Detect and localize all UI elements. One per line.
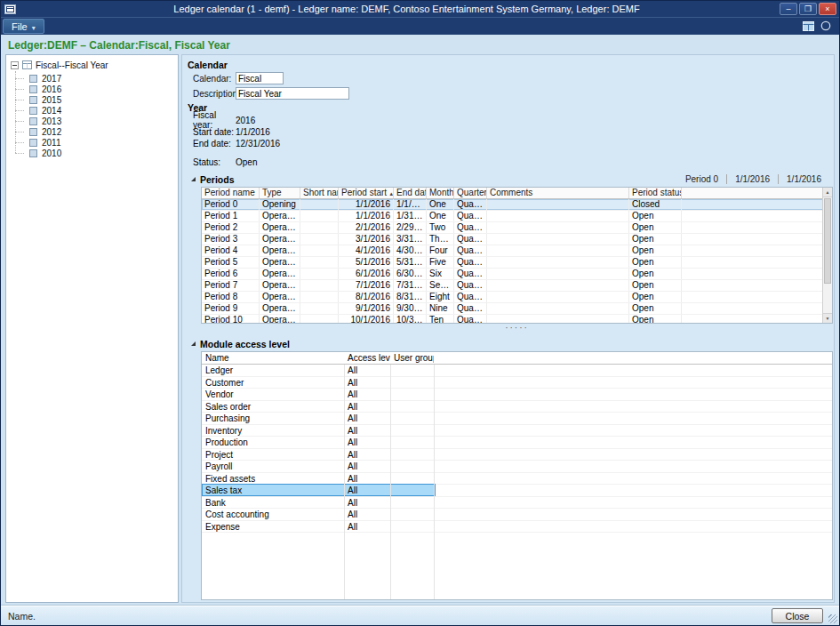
period-cell: 4/30/2016 [394, 245, 427, 256]
period-cell [487, 292, 629, 302]
periods-column-header[interactable]: Period start [339, 188, 394, 198]
resize-grip[interactable] [828, 614, 837, 623]
tree-collapse-toggle[interactable] [11, 61, 19, 69]
module-body: LedgerAllCustomerAllVendorAllSales order… [202, 365, 832, 533]
periods-column-header[interactable]: Comments [487, 188, 629, 198]
module-cell [390, 377, 434, 389]
record-info-value: 1/1/2016 [726, 174, 778, 184]
minimize-button[interactable]: – [780, 3, 797, 15]
period-row[interactable]: Period 8Operating8/1/20168/31/2016EightQ… [202, 292, 824, 303]
period-cell: Period 2 [202, 222, 260, 233]
module-row[interactable]: PurchasingAll [202, 413, 832, 425]
splitter-handle[interactable] [201, 600, 833, 603]
periods-column-header[interactable]: Period status [629, 188, 682, 198]
module-row[interactable]: ExpenseAll [202, 521, 832, 534]
period-row[interactable]: Period 10Operating10/1/201610/31/2016Ten… [202, 315, 824, 324]
periods-column-header[interactable]: Short name [300, 188, 339, 198]
module-column-header[interactable]: Name [202, 352, 344, 364]
period-cell: Open [629, 280, 682, 291]
tree-item-year[interactable]: 2011 [29, 137, 178, 148]
scroll-up-icon[interactable] [823, 188, 832, 197]
period-row[interactable]: Period 2Operating2/1/20162/29/2016TwoQua… [202, 222, 824, 234]
module-row[interactable]: Fixed assetsAll [202, 473, 832, 486]
window-layout-icon[interactable] [803, 19, 814, 35]
tree-root-node[interactable]: Fiscal--Fiscal Year [11, 60, 178, 71]
period-cell [487, 234, 629, 245]
module-section-header[interactable]: Module access level [191, 338, 829, 349]
period-cell: 5/31/2016 [394, 257, 427, 268]
module-row[interactable]: VendorAll [202, 389, 832, 401]
period-cell: Ten [427, 315, 454, 324]
file-menu-button[interactable]: File [3, 19, 44, 34]
period-row[interactable]: Period 9Operating9/1/20169/30/2016NineQu… [202, 303, 824, 315]
period-row[interactable]: Period 5Operating5/1/20165/31/2016FiveQu… [202, 257, 824, 269]
module-row[interactable]: ProductionAll [202, 437, 832, 449]
period-cell: Quarter 2 [454, 245, 487, 256]
module-column-filler [434, 352, 832, 364]
tree-item-year[interactable]: 2012 [29, 126, 178, 137]
description-input[interactable] [236, 87, 349, 100]
periods-column-header[interactable]: Period name [202, 188, 260, 198]
module-row[interactable]: InventoryAll [202, 425, 832, 437]
period-cell: Period 3 [202, 234, 260, 245]
module-cell [434, 365, 832, 376]
form-body: Ledger:DEMF – Calendar:Fiscal, Fiscal Ye… [1, 35, 839, 606]
tree-item-year[interactable]: 2014 [29, 105, 178, 116]
tree-item-year[interactable]: 2016 [29, 84, 178, 94]
module-cell: All [344, 509, 390, 520]
period-cell: Quarter 1 [454, 211, 487, 221]
periods-record-info: Period 01/1/20161/1/2016 [677, 174, 829, 184]
module-row[interactable]: ProjectAll [202, 449, 832, 461]
module-cell [434, 473, 832, 485]
calendar-input[interactable] [236, 72, 284, 84]
scroll-down-icon[interactable] [823, 313, 832, 323]
period-row[interactable]: Period 4Operating4/1/20164/30/2016FourQu… [202, 245, 824, 257]
splitter-handle[interactable] [201, 324, 833, 332]
period-row[interactable]: Period 0Opening1/1/20161/1/2016OneQuarte… [202, 199, 824, 211]
period-cell: Period 10 [202, 315, 260, 324]
tree-item-year[interactable]: 2010 [29, 148, 178, 158]
period-row[interactable]: Period 1Operating1/1/20161/31/2016OneQua… [202, 211, 824, 222]
period-cell [682, 222, 824, 233]
module-cell: Expense [202, 521, 344, 533]
module-row[interactable]: CustomerAll [202, 377, 832, 389]
period-cell: Period 0 [202, 199, 260, 210]
module-row[interactable]: Sales taxAll [202, 485, 832, 497]
module-row[interactable]: BankAll [202, 497, 832, 510]
module-row[interactable]: LedgerAll [202, 365, 832, 377]
module-row[interactable]: Cost accountingAll [202, 509, 832, 521]
ledger-calendar-window: Ledger calendar (1 - demf) - Ledger name… [0, 0, 840, 626]
period-row[interactable]: Period 6Operating6/1/20166/30/2016SixQua… [202, 269, 824, 280]
help-icon[interactable] [820, 19, 831, 35]
period-cell: Operating [260, 211, 300, 221]
period-row[interactable]: Period 7Operating7/1/20167/31/2016SevenQ… [202, 280, 824, 292]
module-access-grid: NameAccess levelUser group LedgerAllCust… [201, 351, 833, 600]
periods-column-header[interactable]: Type [260, 188, 300, 198]
close-window-button[interactable]: × [819, 3, 836, 15]
periods-column-header[interactable]: Quarter [454, 188, 487, 198]
periods-scrollbar[interactable] [822, 188, 832, 323]
module-row[interactable]: Sales orderAll [202, 401, 832, 413]
periods-body: Period 0Opening1/1/20161/1/2016OneQuarte… [202, 199, 832, 324]
periods-column-header[interactable]: End date [394, 188, 427, 198]
module-column-header[interactable]: Access level [344, 352, 390, 364]
tree-item-year[interactable]: 2015 [29, 94, 178, 105]
period-cell: Period 6 [202, 269, 260, 279]
column-label: Quarter [457, 188, 487, 198]
module-column-header[interactable]: User group [390, 352, 434, 364]
tree-item-label: 2015 [42, 95, 61, 105]
period-row[interactable]: Period 3Operating3/1/20163/31/2016ThreeQ… [202, 234, 824, 245]
scrollbar-thumb[interactable] [824, 198, 831, 284]
menubar: File [1, 17, 839, 35]
tree-item-year[interactable]: 2017 [29, 73, 178, 84]
maximize-button[interactable]: ❐ [799, 3, 817, 15]
column-label: Type [262, 188, 282, 198]
periods-section-header[interactable]: Periods Period 01/1/20161/1/2016 [191, 173, 829, 185]
tree-item-year[interactable]: 2013 [29, 116, 178, 126]
period-cell [682, 292, 824, 302]
module-row[interactable]: PayrollAll [202, 461, 832, 473]
period-cell: Open [629, 269, 682, 279]
form-close-button[interactable]: Close [772, 608, 823, 623]
titlebar[interactable]: Ledger calendar (1 - demf) - Ledger name… [1, 1, 839, 17]
periods-column-header[interactable]: Month [427, 188, 454, 198]
